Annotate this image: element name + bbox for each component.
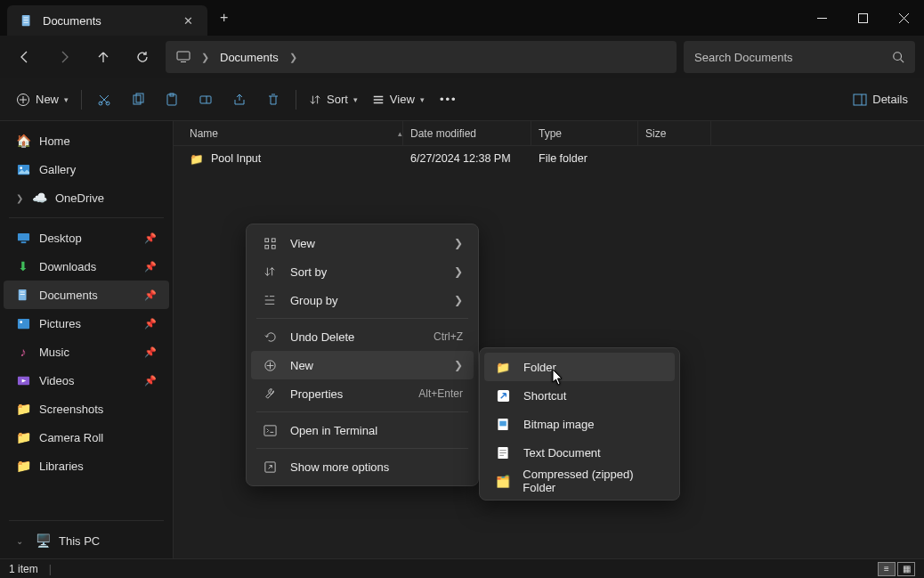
documents-icon xyxy=(20,13,34,28)
submenu-bitmap[interactable]: Bitmap image xyxy=(484,410,675,438)
documents-icon xyxy=(16,288,30,302)
cloud-icon: ☁️ xyxy=(32,191,46,205)
folder-icon: 📁 xyxy=(16,459,30,473)
file-row[interactable]: 📁Pool Input 6/27/2024 12:38 PM File fold… xyxy=(174,146,924,171)
sidebar-item-documents[interactable]: Documents📌 xyxy=(4,281,169,309)
column-type[interactable]: Type xyxy=(531,121,638,145)
address-bar[interactable]: ❯ Documents ❯ xyxy=(166,41,677,73)
sort-button[interactable]: Sort ▾ xyxy=(302,85,365,114)
chevron-right-icon: ❯ xyxy=(454,294,463,306)
svg-rect-28 xyxy=(264,238,268,241)
pc-icon xyxy=(176,50,190,64)
rename-button[interactable] xyxy=(189,85,223,114)
ctx-undo-delete[interactable]: Undo DeleteCtrl+Z xyxy=(251,322,474,351)
delete-button[interactable] xyxy=(256,85,290,114)
ctx-sort-by[interactable]: Sort by❯ xyxy=(251,257,474,286)
sidebar-item-downloads[interactable]: ⬇Downloads📌 xyxy=(4,252,169,281)
view-button[interactable]: View ▾ xyxy=(365,85,432,114)
svg-rect-4 xyxy=(817,18,827,19)
svg-rect-31 xyxy=(272,245,275,248)
terminal-icon xyxy=(262,424,278,437)
svg-rect-25 xyxy=(17,318,28,328)
back-button[interactable] xyxy=(9,41,41,73)
sidebar-item-pictures[interactable]: Pictures📌 xyxy=(4,309,169,338)
cut-button[interactable] xyxy=(87,85,121,114)
desktop-icon xyxy=(16,231,30,245)
bitmap-icon xyxy=(495,418,511,431)
sidebar: 🏠Home Gallery ❯☁️OneDrive Desktop📌 ⬇Down… xyxy=(0,121,174,558)
column-date[interactable]: Date modified xyxy=(403,121,531,145)
group-icon xyxy=(262,294,278,306)
maximize-button[interactable] xyxy=(842,0,883,36)
column-name[interactable]: Name▴ xyxy=(174,121,403,145)
ctx-open-terminal[interactable]: Open in Terminal xyxy=(251,416,474,444)
file-type: File folder xyxy=(531,152,638,165)
chevron-down-icon: ▾ xyxy=(64,95,69,104)
ctx-new[interactable]: New❯ xyxy=(251,351,474,379)
more-button[interactable]: ••• xyxy=(432,85,466,114)
shortcut-text: Ctrl+Z xyxy=(434,330,463,343)
breadcrumb-documents[interactable]: Documents xyxy=(220,51,279,64)
close-button[interactable] xyxy=(883,0,924,36)
tab-close-icon[interactable]: ✕ xyxy=(181,14,195,28)
sidebar-item-libraries[interactable]: 📁Libraries xyxy=(4,452,169,480)
svg-rect-20 xyxy=(17,232,28,240)
pin-icon: 📌 xyxy=(144,375,157,387)
new-submenu: 📁Folder Shortcut Bitmap image Text Docum… xyxy=(479,347,680,501)
ctx-group-by[interactable]: Group by❯ xyxy=(251,286,474,314)
details-pane-button[interactable]: Details xyxy=(846,85,915,114)
new-button[interactable]: New ▾ xyxy=(9,85,76,114)
chevron-down-icon: ▾ xyxy=(420,95,425,104)
shortcut-text: Alt+Enter xyxy=(418,387,463,400)
title-bar: Documents ✕ + xyxy=(0,0,924,36)
details-view-toggle[interactable]: ≡ xyxy=(878,562,896,576)
plus-circle-icon xyxy=(262,359,278,372)
copy-button[interactable] xyxy=(121,85,155,114)
chevron-right-icon: ❯ xyxy=(16,193,27,203)
search-icon xyxy=(892,51,904,63)
folder-icon: 📁 xyxy=(16,430,30,444)
chevron-right-icon: ❯ xyxy=(454,237,463,249)
sidebar-item-thispc[interactable]: ⌄🖥️This PC xyxy=(4,526,169,555)
sidebar-item-music[interactable]: ♪Music📌 xyxy=(4,338,169,366)
minimize-button[interactable] xyxy=(801,0,842,36)
refresh-button[interactable] xyxy=(126,41,158,73)
sidebar-item-gallery[interactable]: Gallery xyxy=(4,155,169,183)
gallery-icon xyxy=(16,162,30,176)
zip-folder-icon: 🗂️ xyxy=(495,475,510,488)
sidebar-item-videos[interactable]: Videos📌 xyxy=(4,366,169,395)
svg-rect-17 xyxy=(854,94,866,105)
column-size[interactable]: Size xyxy=(638,121,711,145)
sidebar-item-desktop[interactable]: Desktop📌 xyxy=(4,224,169,252)
svg-rect-6 xyxy=(177,52,190,60)
sidebar-item-cameraroll[interactable]: 📁Camera Roll xyxy=(4,423,169,452)
chevron-right-icon: ❯ xyxy=(201,52,209,63)
up-button[interactable] xyxy=(87,41,119,73)
share-button[interactable] xyxy=(223,85,256,114)
folder-icon: 📁 xyxy=(16,402,30,416)
svg-rect-5 xyxy=(858,13,867,22)
paste-button[interactable] xyxy=(155,85,189,114)
search-placeholder: Search Documents xyxy=(694,51,793,64)
svg-rect-16 xyxy=(200,96,211,103)
search-input[interactable]: Search Documents xyxy=(684,41,915,73)
submenu-shortcut[interactable]: Shortcut xyxy=(484,381,675,410)
ctx-properties[interactable]: PropertiesAlt+Enter xyxy=(251,379,474,408)
column-headers: Name▴ Date modified Type Size xyxy=(174,121,924,146)
ctx-view[interactable]: View❯ xyxy=(251,229,474,257)
svg-rect-21 xyxy=(20,241,26,243)
submenu-folder[interactable]: 📁Folder xyxy=(484,353,675,381)
forward-button[interactable] xyxy=(48,41,80,73)
ctx-show-more[interactable]: Show more options xyxy=(251,452,474,481)
window-tab[interactable]: Documents ✕ xyxy=(7,5,207,36)
sidebar-item-home[interactable]: 🏠Home xyxy=(4,126,169,155)
new-label: New xyxy=(36,93,59,106)
new-tab-button[interactable]: + xyxy=(220,10,228,26)
pin-icon: 📌 xyxy=(144,318,157,330)
submenu-text[interactable]: Text Document xyxy=(484,438,675,467)
submenu-zip[interactable]: 🗂️Compressed (zipped) Folder xyxy=(484,467,675,495)
videos-icon xyxy=(16,373,30,387)
thumbnails-view-toggle[interactable]: ▦ xyxy=(897,562,915,576)
sidebar-item-screenshots[interactable]: 📁Screenshots xyxy=(4,395,169,423)
sidebar-item-onedrive[interactable]: ❯☁️OneDrive xyxy=(4,183,169,212)
